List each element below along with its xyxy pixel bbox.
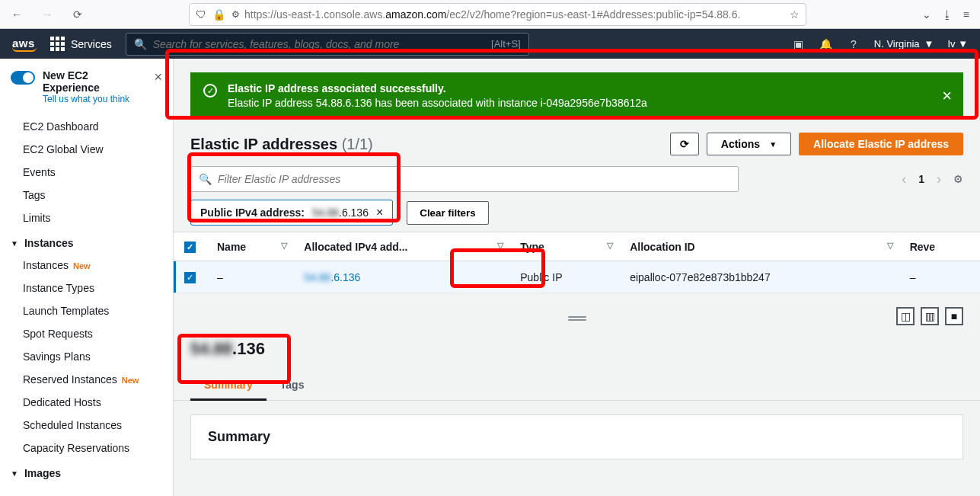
allocate-button[interactable]: Allocate Elastic IP address xyxy=(799,133,963,155)
notification-body: Elastic IP address 54.88.6.136 has been … xyxy=(228,97,929,109)
sidebar-item[interactable]: EC2 Dashboard xyxy=(0,115,173,138)
lock-icon: 🔒 xyxy=(212,8,225,21)
chip-remove-icon[interactable]: × xyxy=(376,206,383,219)
new-experience-banner: New EC2 Experience Tell us what you thin… xyxy=(0,69,173,115)
select-all-checkbox[interactable]: ✓ xyxy=(184,242,196,253)
sidebar-item[interactable]: Tags xyxy=(0,184,173,206)
view-mode-2-icon[interactable]: ▥ xyxy=(921,307,939,325)
menu-icon[interactable]: ≡ xyxy=(963,8,969,21)
aws-top-nav: aws Services 🔍 [Alt+S] ▣ 🔔 ? N. Virginia… xyxy=(0,29,980,59)
url-text: https://us-east-1.console.aws.amazon.com… xyxy=(244,8,785,21)
sidebar-section-instances[interactable]: Instances xyxy=(0,229,173,254)
sort-icon[interactable]: ▽ xyxy=(497,241,503,251)
page-prev-icon[interactable]: ‹ xyxy=(902,171,906,187)
aws-search-input[interactable] xyxy=(153,38,485,50)
splitter-handle[interactable] xyxy=(568,316,586,322)
view-mode-1-icon[interactable]: ◫ xyxy=(896,307,915,325)
bookmark-star-icon[interactable]: ☆ xyxy=(790,8,800,21)
pocket-icon[interactable]: ⌄ xyxy=(922,8,931,21)
pagination: ‹ 1 › ⚙ xyxy=(902,171,963,187)
sidebar-item[interactable]: Instance Types xyxy=(0,277,173,299)
services-menu[interactable]: Services xyxy=(50,37,112,51)
clear-filters-button[interactable]: Clear filters xyxy=(407,201,488,225)
sort-icon[interactable]: ▽ xyxy=(281,241,287,251)
view-mode-3-icon[interactable]: ■ xyxy=(945,307,963,325)
new-badge: New xyxy=(122,376,139,385)
sidebar-item[interactable]: Savings Plans xyxy=(0,345,173,368)
page-number: 1 xyxy=(918,173,924,185)
sort-icon[interactable]: ▽ xyxy=(607,241,613,251)
region-selector[interactable]: N. Virginia ▼ xyxy=(874,38,934,50)
sidebar-item[interactable]: Launch Templates xyxy=(0,299,173,322)
aws-logo[interactable]: aws xyxy=(12,37,37,52)
filter-input[interactable] xyxy=(218,173,730,185)
result-count: (1/1) xyxy=(342,136,373,152)
cloudshell-icon[interactable]: ▣ xyxy=(792,37,806,51)
notifications-icon[interactable]: 🔔 xyxy=(819,37,833,51)
ip-table: ✓ Name▽ Allocated IPv4 add...▽ Type▽ All… xyxy=(174,232,980,293)
sidebar-item[interactable]: Reserved InstancesNew xyxy=(0,368,173,391)
url-bar[interactable]: 🛡 🔒 ⚙ https://us-east-1.console.aws.amaz… xyxy=(189,3,806,26)
sidebar: New EC2 Experience Tell us what you thin… xyxy=(0,59,174,496)
detail-title: 54.88.136 xyxy=(174,339,980,371)
new-experience-label: New EC2 Experience xyxy=(43,69,146,94)
tab-summary[interactable]: Summary xyxy=(190,371,267,401)
sidebar-item[interactable]: Spot Requests xyxy=(0,322,173,345)
cell-type: Public IP xyxy=(509,261,619,293)
detail-tabs: Summary Tags xyxy=(174,371,980,401)
cell-reverse: – xyxy=(899,261,980,293)
page-title: Elastic IP addresses (1/1) xyxy=(190,136,373,153)
detail-pane: ◫ ▥ ■ 54.88.136 Summary Tags Summary xyxy=(174,293,980,459)
row-checkbox[interactable]: ✓ xyxy=(184,272,196,283)
filter-input-wrapper[interactable]: 🔍 xyxy=(190,166,739,192)
main-content: ✓ Elastic IP address associated successf… xyxy=(174,59,980,496)
sidebar-item[interactable]: Scheduled Instances xyxy=(0,414,173,437)
forward-button[interactable]: → xyxy=(37,4,58,25)
sidebar-item[interactable]: Events xyxy=(0,161,173,184)
sort-icon[interactable]: ▽ xyxy=(887,241,893,251)
download-icon[interactable]: ⭳ xyxy=(942,8,953,21)
search-icon: 🔍 xyxy=(199,173,212,185)
ip-link[interactable]: 54.88.6.136 xyxy=(304,271,360,283)
tab-tags[interactable]: Tags xyxy=(267,371,318,400)
help-icon[interactable]: ? xyxy=(847,37,860,51)
col-alloc[interactable]: Allocation ID▽ xyxy=(619,232,899,261)
reload-button[interactable]: ⟳ xyxy=(67,4,88,25)
sidebar-section-images[interactable]: Images xyxy=(0,459,173,484)
page-next-icon[interactable]: › xyxy=(937,171,941,187)
search-shortcut: [Alt+S] xyxy=(491,38,521,50)
sidebar-item[interactable]: InstancesNew xyxy=(0,254,173,277)
services-label: Services xyxy=(71,38,112,50)
feedback-link[interactable]: Tell us what you think xyxy=(43,94,146,104)
grid-icon xyxy=(50,37,65,51)
browser-toolbar: ← → ⟳ 🛡 🔒 ⚙ https://us-east-1.console.aw… xyxy=(0,0,980,29)
new-experience-toggle[interactable] xyxy=(11,71,35,85)
summary-panel: Summary xyxy=(190,414,963,459)
col-type[interactable]: Type▽ xyxy=(509,232,619,261)
gear-icon[interactable]: ⚙ xyxy=(953,173,963,185)
table-row[interactable]: ✓ – 54.88.6.136 Public IP eipalloc-077e8… xyxy=(174,261,980,293)
actions-dropdown[interactable]: Actions xyxy=(707,133,791,155)
cell-alloc: eipalloc-077e82e873b1bb247 xyxy=(619,261,899,293)
chip-value: 54.88.6.136 xyxy=(312,206,369,219)
filter-chip: Public IPv4 address: 54.88.6.136 × xyxy=(190,200,393,226)
sidebar-item[interactable]: Limits xyxy=(0,206,173,229)
refresh-button[interactable]: ⟳ xyxy=(670,133,699,155)
close-icon[interactable]: × xyxy=(154,69,162,85)
col-ip[interactable]: Allocated IPv4 add...▽ xyxy=(293,232,509,261)
aws-search[interactable]: 🔍 [Alt+S] xyxy=(126,33,529,56)
notification-close-icon[interactable]: × xyxy=(942,86,952,106)
account-menu[interactable]: Iv ▼ xyxy=(947,38,968,50)
col-reverse[interactable]: Reve xyxy=(899,232,980,261)
search-icon: 🔍 xyxy=(134,38,147,50)
shield-icon: 🛡 xyxy=(196,8,206,21)
chip-label: Public IPv4 address: xyxy=(200,206,305,219)
notification-title: Elastic IP address associated successful… xyxy=(228,82,929,94)
back-button[interactable]: ← xyxy=(6,4,27,25)
panel-heading: Summary xyxy=(208,429,946,445)
sidebar-item[interactable]: Capacity Reservations xyxy=(0,437,173,459)
new-badge: New xyxy=(73,261,91,270)
col-name[interactable]: Name▽ xyxy=(206,232,293,261)
sidebar-item[interactable]: EC2 Global View xyxy=(0,138,173,161)
sidebar-item[interactable]: Dedicated Hosts xyxy=(0,391,173,414)
